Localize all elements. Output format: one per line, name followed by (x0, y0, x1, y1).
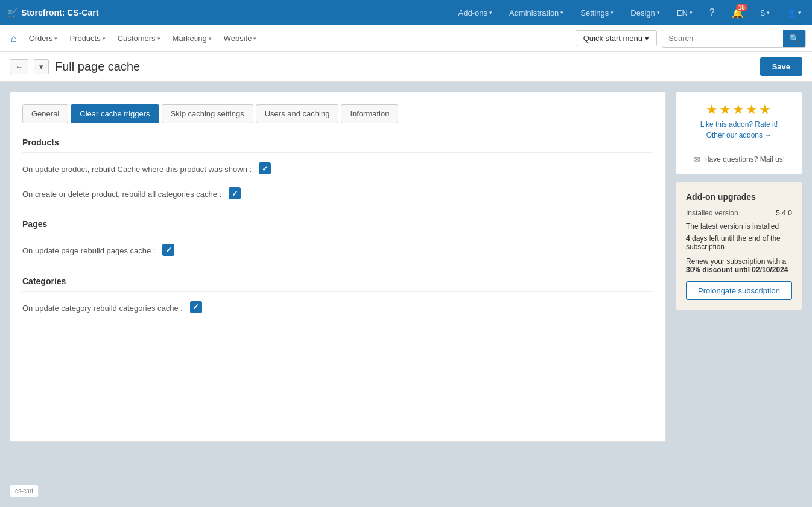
renew-notice: Renew your subscription with a 30% disco… (686, 257, 792, 274)
main-layout: General Clear cache triggers Skip cachin… (0, 82, 812, 451)
tab-skip-caching[interactable]: Skip caching settings (162, 104, 253, 123)
notifications-button[interactable]: 🔔 15 (728, 0, 747, 25)
nav-right-section: Quick start menu ▾ 🔍 (576, 30, 806, 48)
secondary-navigation: ⌂ Orders ▾ Products ▾ Customers ▾ Market… (0, 25, 812, 52)
star-rating: ★★★★★ (686, 102, 792, 118)
customers-caret: ▾ (157, 36, 160, 42)
website-menu[interactable]: Website ▾ (219, 31, 262, 45)
settings-caret: ▾ (611, 10, 614, 16)
search-input[interactable] (662, 31, 783, 46)
installed-version-row: Installed version 5.4.0 (686, 209, 792, 217)
design-caret: ▾ (657, 10, 660, 16)
page-header: ← ▾ Full page cache Save (0, 52, 812, 82)
categories-section-title: Categories (22, 276, 653, 292)
notifications-badge: 15 (736, 4, 747, 11)
tab-users-caching[interactable]: Users and caching (256, 104, 339, 123)
back-button[interactable]: ← (10, 59, 28, 74)
rating-panel: ★★★★★ Like this addon? Rate it! Other ou… (676, 92, 802, 174)
addons-caret: ▾ (489, 10, 492, 16)
mail-text: Have questions? Mail us! (704, 155, 785, 164)
brand-name: Storefront: CS-Cart (21, 8, 98, 18)
home-button[interactable]: ⌂ (6, 31, 22, 46)
days-notice: 4 days left until the end of the subscri… (686, 234, 792, 251)
tab-general[interactable]: General (22, 104, 68, 123)
checkmark-icon: ✓ (165, 246, 172, 255)
customers-menu[interactable]: Customers ▾ (113, 31, 165, 45)
products-menu[interactable]: Products ▾ (65, 31, 110, 45)
products-caret: ▾ (103, 36, 106, 42)
field-update-product-cache: On update product, rebuild Cache where t… (22, 162, 653, 175)
installed-label: Installed version (686, 209, 738, 217)
tabs-container: General Clear cache triggers Skip cachin… (22, 104, 653, 123)
rate-it-link[interactable]: Like this addon? Rate it! (686, 120, 792, 129)
field-delete-product-cache: On create or delete product, rebuild all… (22, 187, 653, 200)
checkbox-update-category[interactable]: ✓ (190, 301, 202, 313)
logo-text: cs-cart (15, 488, 33, 494)
sidebar: ★★★★★ Like this addon? Rate it! Other ou… (676, 92, 802, 310)
user-menu[interactable]: 👤 ▾ (783, 0, 805, 25)
mail-icon: ✉ (693, 155, 700, 164)
user-icon: 👤 (787, 8, 796, 18)
content-panel: General Clear cache triggers Skip cachin… (10, 92, 666, 442)
field-label-update-page: On update page rebuild pages cache : (22, 244, 155, 257)
save-button[interactable]: Save (760, 57, 802, 76)
tab-clear-cache-triggers[interactable]: Clear cache triggers (71, 104, 159, 123)
administration-menu[interactable]: Administration ▾ (506, 0, 567, 25)
lang-caret: ▾ (690, 10, 693, 16)
categories-section: Categories On update category rebuild ca… (22, 276, 653, 314)
prolong-subscription-button[interactable]: Prolongate subscription (686, 281, 792, 300)
checkbox-update-page[interactable]: ✓ (162, 244, 174, 256)
page-title: Full page cache (55, 60, 754, 74)
checkmark-icon: ✓ (232, 189, 238, 198)
discount-text: 30% discount until 02/10/2024 (686, 266, 788, 274)
upgrade-panel: Add-on upgrades Installed version 5.4.0 … (676, 182, 802, 310)
quick-start-button[interactable]: Quick start menu ▾ (576, 30, 657, 46)
other-addons-link[interactable]: Other our addons → (686, 131, 792, 139)
settings-menu[interactable]: Settings ▾ (577, 0, 617, 25)
language-selector[interactable]: EN ▾ (673, 0, 696, 25)
user-caret: ▾ (798, 10, 801, 16)
orders-caret: ▾ (54, 36, 57, 42)
latest-notice: The latest version is installed (686, 222, 792, 231)
administration-caret: ▾ (560, 10, 563, 16)
cart-icon: 🛒 (7, 8, 17, 18)
checkbox-delete-product[interactable]: ✓ (229, 187, 241, 199)
checkmark-icon: ✓ (262, 164, 268, 173)
orders-menu[interactable]: Orders ▾ (24, 31, 63, 45)
pages-section-title: Pages (22, 219, 653, 234)
marketing-menu[interactable]: Marketing ▾ (168, 31, 217, 45)
top-navigation: 🛒 Storefront: CS-Cart Add-ons ▾ Administ… (0, 0, 812, 25)
back-dropdown-button[interactable]: ▾ (34, 59, 49, 74)
addons-menu[interactable]: Add-ons ▾ (455, 0, 496, 25)
website-caret: ▾ (253, 36, 256, 42)
field-update-page-cache: On update page rebuild pages cache : ✓ (22, 244, 653, 257)
currency-caret: ▾ (767, 10, 770, 16)
field-label-update-category: On update category rebuild categories ca… (22, 301, 183, 314)
tab-information[interactable]: Information (341, 104, 398, 123)
field-update-category-cache: On update category rebuild categories ca… (22, 301, 653, 314)
marketing-caret: ▾ (209, 36, 212, 42)
quick-start-caret: ▾ (645, 34, 649, 43)
checkbox-update-product[interactable]: ✓ (259, 162, 271, 174)
bottom-logo: cs-cart (10, 485, 39, 497)
products-section: Products On update product, rebuild Cach… (22, 138, 653, 200)
pages-section: Pages On update page rebuild pages cache… (22, 219, 653, 257)
mail-row: ✉ Have questions? Mail us! (686, 147, 792, 164)
help-button[interactable]: ? (706, 0, 718, 25)
products-section-title: Products (22, 138, 653, 153)
search-box: 🔍 (662, 30, 806, 48)
search-button[interactable]: 🔍 (783, 30, 805, 47)
upgrade-title: Add-on upgrades (686, 192, 792, 202)
installed-value: 5.4.0 (776, 209, 792, 217)
brand-logo: 🛒 Storefront: CS-Cart (7, 8, 98, 18)
currency-selector[interactable]: $ ▾ (757, 0, 773, 25)
design-menu[interactable]: Design ▾ (627, 0, 663, 25)
days-bold: 4 (686, 234, 690, 243)
field-label-delete-product: On create or delete product, rebuild all… (22, 187, 221, 200)
checkmark-icon: ✓ (192, 302, 199, 311)
field-label-update-product: On update product, rebuild Cache where t… (22, 162, 252, 175)
